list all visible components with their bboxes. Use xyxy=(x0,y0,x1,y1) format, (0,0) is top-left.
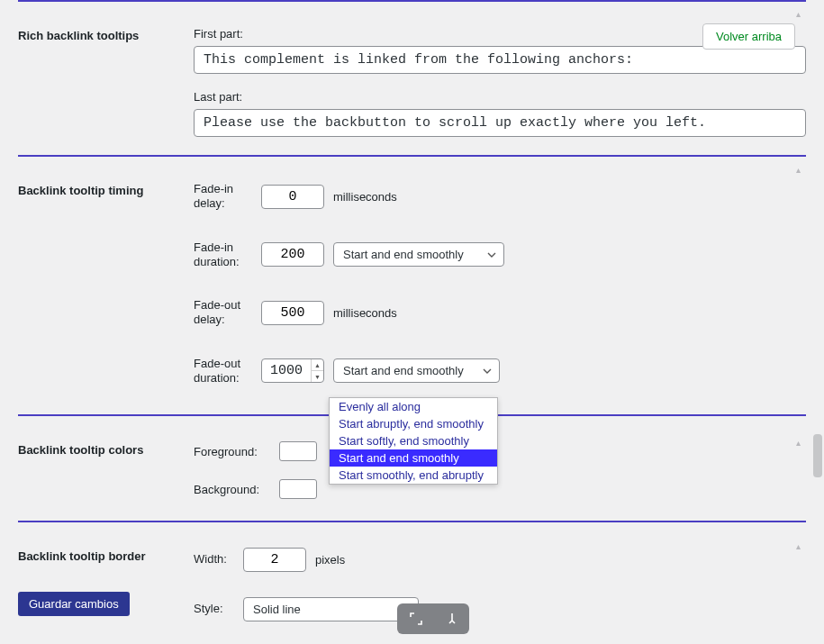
foreground-label: Foreground: xyxy=(194,445,279,458)
border-style-label: Style: xyxy=(194,602,243,616)
fade-in-curve-select[interactable]: Start and end smoothly xyxy=(333,242,504,267)
fade-out-duration-label: Fade-out duration: xyxy=(194,357,261,386)
section-title-rich-tooltips: Rich backlink tooltips xyxy=(18,2,194,42)
last-part-input[interactable] xyxy=(194,109,806,137)
last-part-label: Last part: xyxy=(194,90,806,104)
curve-option[interactable]: Evenly all along xyxy=(330,398,497,415)
section-title-colors: Backlink tooltip colors xyxy=(18,416,194,457)
fade-in-curve-value: Start and end smoothly xyxy=(343,248,464,261)
background-color-input[interactable] xyxy=(279,479,317,499)
curve-option[interactable]: Start abruptly, end smoothly xyxy=(330,415,497,432)
fade-in-duration-label: Fade-in duration: xyxy=(194,240,261,270)
fade-out-curve-select[interactable]: Start and end smoothly xyxy=(333,358,500,383)
curve-dropdown-list[interactable]: Evenly all along Start abruptly, end smo… xyxy=(329,397,498,485)
section-title-timing: Backlink tooltip timing xyxy=(18,157,194,197)
ms-unit: milliseconds xyxy=(333,190,397,204)
collapse-icon[interactable]: ▴ xyxy=(796,9,801,19)
border-width-label: Width: xyxy=(194,552,243,567)
section-rich-tooltips: ▴ Rich backlink tooltips First part: Las… xyxy=(18,0,806,150)
fade-in-delay-label: Fade-in delay: xyxy=(194,182,261,212)
collapse-icon[interactable]: ▴ xyxy=(796,541,801,551)
foreground-color-input[interactable] xyxy=(279,441,317,461)
collapse-icon[interactable]: ▴ xyxy=(796,165,801,175)
chevron-down-icon xyxy=(487,252,496,258)
first-part-input[interactable] xyxy=(194,46,806,74)
scrollbar-thumb[interactable] xyxy=(813,434,822,477)
stepper-down-icon[interactable]: ▼ xyxy=(312,371,323,382)
stepper-up-icon[interactable]: ▲ xyxy=(312,359,323,371)
border-style-select[interactable]: Solid line xyxy=(243,597,419,621)
fade-out-delay-label: Fade-out delay: xyxy=(194,298,261,328)
curve-option[interactable]: Start smoothly, end abruptly xyxy=(330,467,497,484)
px-unit: pixels xyxy=(315,553,345,567)
fade-in-delay-input[interactable] xyxy=(261,185,324,209)
save-button[interactable]: Guardar cambios xyxy=(18,592,130,616)
back-to-top-button[interactable]: Volver arriba xyxy=(702,23,795,50)
border-width-input[interactable] xyxy=(243,548,306,572)
curve-option-selected[interactable]: Start and end smoothly xyxy=(330,449,497,467)
border-style-value: Solid line xyxy=(253,603,301,616)
curve-option[interactable]: Start softly, end smoothly xyxy=(330,432,497,449)
fade-out-duration-input[interactable]: 1000 ▲ ▼ xyxy=(261,358,324,383)
background-label: Background: xyxy=(194,483,279,496)
ms-unit: milliseconds xyxy=(333,306,397,320)
floating-toolbar[interactable] xyxy=(397,603,469,634)
collapse-icon[interactable]: ▴ xyxy=(796,438,801,448)
fade-out-delay-input[interactable] xyxy=(261,301,324,325)
fade-in-duration-input[interactable] xyxy=(261,242,324,267)
section-title-border: Backlink tooltip border xyxy=(18,522,194,563)
expand-icon[interactable] xyxy=(409,612,423,626)
section-tooltip-timing: ▴ Backlink tooltip timing Fade-in delay:… xyxy=(18,155,806,410)
chevron-down-icon xyxy=(483,368,492,374)
arrow-down-icon[interactable] xyxy=(446,612,458,626)
fade-out-curve-value: Start and end smoothly xyxy=(343,364,464,377)
